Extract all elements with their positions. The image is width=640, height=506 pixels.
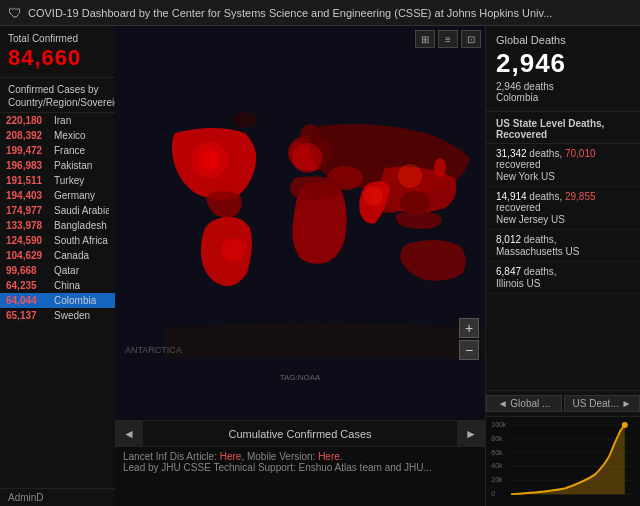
us-state-title: US State Level Deaths, Recovered xyxy=(486,112,640,144)
country-name: Sweden xyxy=(54,310,90,321)
svg-point-8 xyxy=(434,158,446,178)
zoom-controls: + − xyxy=(459,318,479,360)
center-area: ⊞ ≡ ⊡ + − ANTARCTICA TAG:NOAA ◄ Cumulati… xyxy=(115,26,485,506)
bottom-info-sep: , Mobile Version: xyxy=(241,451,318,462)
country-count: 65,137 xyxy=(6,310,54,321)
zoom-out-btn[interactable]: − xyxy=(459,340,479,360)
country-list-item[interactable]: 65,137 Sweden xyxy=(0,308,115,323)
zoom-in-btn[interactable]: + xyxy=(459,318,479,338)
country-list-item[interactable]: 191,511 Turkey xyxy=(0,173,115,188)
left-sidebar: Total Confirmed 84,660 Confirmed Cases b… xyxy=(0,26,115,506)
country-list-item[interactable]: 194,403 Germany xyxy=(0,188,115,203)
bottom-info: Lancet Inf Dis Article: Here, Mobile Ver… xyxy=(115,446,485,506)
panel-global-btn[interactable]: ◄ Global ... xyxy=(486,395,562,412)
state-name: New Jersey US xyxy=(496,214,630,225)
svg-text:0: 0 xyxy=(491,490,495,497)
svg-point-13 xyxy=(221,238,245,262)
svg-point-11 xyxy=(292,143,322,173)
state-recovered: 29,855 xyxy=(565,191,596,202)
country-list-item[interactable]: 64,044 Colombia xyxy=(0,293,115,308)
country-count: 191,511 xyxy=(6,175,54,186)
map-prev-btn[interactable]: ◄ xyxy=(115,421,143,446)
state-name: Illinois US xyxy=(496,278,630,289)
bottom-info-text2: Lead by JHU CSSE Technical Support: Ensh… xyxy=(123,462,432,473)
state-list-item: 31,342 deaths, 70,010 recovered New York… xyxy=(486,144,640,187)
country-name: Mexico xyxy=(54,130,86,141)
total-confirmed-label: Total Confirmed xyxy=(8,32,107,45)
noaa-label: TAG:NOAA xyxy=(280,373,321,382)
state-deaths: 8,012 deaths, xyxy=(496,234,630,245)
state-deaths-num: 6,847 xyxy=(496,266,521,277)
state-list-item: 14,914 deaths, 29,855 recovered New Jers… xyxy=(486,187,640,230)
main-layout: Total Confirmed 84,660 Confirmed Cases b… xyxy=(0,26,640,506)
map-list-btn[interactable]: ≡ xyxy=(438,30,458,48)
country-name: China xyxy=(54,280,80,291)
svg-text:40k: 40k xyxy=(491,462,503,469)
country-name: South Africa xyxy=(54,235,108,246)
state-name: New York US xyxy=(496,171,630,182)
map-grid-btn[interactable]: ⊞ xyxy=(415,30,435,48)
country-name: Bangladesh xyxy=(54,220,107,231)
country-name: Turkey xyxy=(54,175,84,186)
country-list-item[interactable]: 199,472 France xyxy=(0,143,115,158)
svg-point-7 xyxy=(233,112,257,128)
country-list-item[interactable]: 99,668 Qatar xyxy=(0,263,115,278)
svg-text:60k: 60k xyxy=(491,449,503,456)
confirmed-cases-header: Confirmed Cases by Country/Region/Sovere… xyxy=(0,78,115,113)
country-count: 64,235 xyxy=(6,280,54,291)
country-count: 174,977 xyxy=(6,205,54,216)
state-list-item: 8,012 deaths, Massachusetts US xyxy=(486,230,640,262)
country-name: Saudi Arabia xyxy=(54,205,109,216)
global-deaths-box: Global Deaths 2,946 2,946 deaths Colombi… xyxy=(486,26,640,112)
chart-svg: 100k 80k 60k 40k 20k 0 xyxy=(486,417,640,506)
state-deaths: 31,342 deaths, 70,010 recovered xyxy=(496,148,630,170)
map-expand-btn[interactable]: ⊡ xyxy=(461,30,481,48)
country-list-item[interactable]: 174,977 Saudi Arabia xyxy=(0,203,115,218)
global-deaths-value: 2,946 xyxy=(496,48,630,79)
us-state-list: 31,342 deaths, 70,010 recovered New York… xyxy=(486,144,640,390)
title-bar-text: COVID-19 Dashboard by the Center for Sys… xyxy=(28,7,552,19)
svg-text:20k: 20k xyxy=(491,476,503,483)
world-map xyxy=(115,26,485,420)
map-next-btn[interactable]: ► xyxy=(457,421,485,446)
country-list-item[interactable]: 220,180 Iran xyxy=(0,113,115,128)
country-list: 220,180 Iran 208,392 Mexico 199,472 Fran… xyxy=(0,113,115,488)
country-count: 194,403 xyxy=(6,190,54,201)
lancet-link[interactable]: Here xyxy=(220,451,242,462)
svg-point-12 xyxy=(398,164,422,188)
country-name: Iran xyxy=(54,115,71,126)
admin-item: AdminD xyxy=(0,488,115,506)
svg-text:100k: 100k xyxy=(491,421,507,428)
state-name: Massachusetts US xyxy=(496,246,630,257)
svg-text:80k: 80k xyxy=(491,435,503,442)
country-count: 133,978 xyxy=(6,220,54,231)
state-deaths: 14,914 deaths, 29,855 recovered xyxy=(496,191,630,213)
panel-us-btn[interactable]: US Deat... ► xyxy=(564,395,640,412)
country-count: 220,180 xyxy=(6,115,54,126)
shield-icon: 🛡 xyxy=(8,5,22,21)
country-list-item[interactable]: 124,590 South Africa xyxy=(0,233,115,248)
svg-point-10 xyxy=(200,150,220,170)
country-list-item[interactable]: 64,235 China xyxy=(0,278,115,293)
country-count: 64,044 xyxy=(6,295,54,306)
mobile-link[interactable]: Here xyxy=(318,451,340,462)
map-toolbar: ⊞ ≡ ⊡ xyxy=(415,30,481,48)
country-count: 208,392 xyxy=(6,130,54,141)
country-list-item[interactable]: 208,392 Mexico xyxy=(0,128,115,143)
right-panel: Global Deaths 2,946 2,946 deaths Colombi… xyxy=(485,26,640,506)
state-deaths-num: 14,914 xyxy=(496,191,527,202)
country-list-item[interactable]: 196,983 Pakistan xyxy=(0,158,115,173)
antarctica-label: ANTARCTICA xyxy=(125,345,182,355)
country-name: Pakistan xyxy=(54,160,92,171)
chart-area: 100k 80k 60k 40k 20k 0 xyxy=(486,416,640,506)
global-deaths-title: Global Deaths xyxy=(496,34,630,46)
bottom-info-text1: Lancet Inf Dis Article: xyxy=(123,451,220,462)
country-name: Qatar xyxy=(54,265,79,276)
country-list-item[interactable]: 133,978 Bangladesh xyxy=(0,218,115,233)
state-deaths-num: 8,012 xyxy=(496,234,521,245)
state-deaths-num: 31,342 xyxy=(496,148,527,159)
country-count: 99,668 xyxy=(6,265,54,276)
panel-nav-bar: ◄ Global ... US Deat... ► xyxy=(486,390,640,416)
map-container[interactable]: ⊞ ≡ ⊡ + − ANTARCTICA TAG:NOAA xyxy=(115,26,485,420)
country-list-item[interactable]: 104,629 Canada xyxy=(0,248,115,263)
